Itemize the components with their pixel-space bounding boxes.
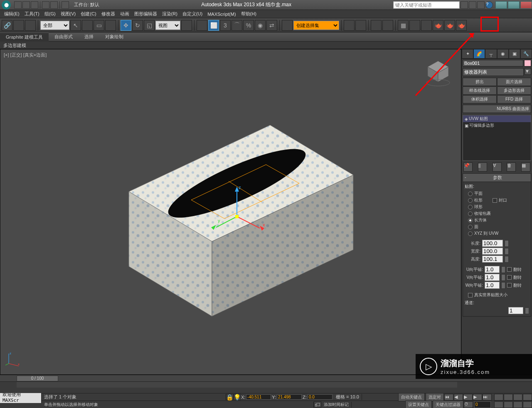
cmd-tab-hierarchy[interactable]: ┬: [485, 49, 497, 59]
percent-snap-icon[interactable]: ⌒: [232, 20, 242, 31]
tag-icon[interactable]: 🏷: [314, 401, 321, 408]
move-tool-icon[interactable]: ✥: [121, 20, 131, 31]
time-slider-handle[interactable]: 0 / 100: [17, 376, 58, 381]
prev-frame-icon[interactable]: ◀: [454, 394, 463, 401]
menu-group[interactable]: 组(G): [42, 10, 58, 18]
stack-item-uvw[interactable]: ◈UVW 贴图: [463, 116, 531, 122]
qat-redo[interactable]: [50, 1, 58, 9]
modifier-list-dropdown[interactable]: 修改器列表: [463, 68, 524, 76]
length-spinner[interactable]: [505, 240, 509, 247]
select-name-icon[interactable]: [82, 20, 93, 31]
qat-save[interactable]: [31, 1, 38, 9]
menu-rendering[interactable]: 渲染(R): [160, 10, 180, 18]
cmd-tab-modify[interactable]: 🌈: [473, 49, 485, 59]
cap-checkbox[interactable]: [493, 198, 497, 203]
width-spinner[interactable]: [505, 248, 509, 255]
nav-zoomext-icon[interactable]: [494, 401, 503, 408]
bind-icon[interactable]: [25, 20, 36, 31]
realworld-checkbox[interactable]: [468, 293, 473, 297]
menu-help[interactable]: 帮助(H): [239, 10, 259, 18]
rollout-params-header[interactable]: -参数: [463, 173, 531, 182]
qat-new[interactable]: [14, 1, 22, 9]
selected-button[interactable]: 选定对: [426, 393, 444, 401]
menu-create[interactable]: 创建(C): [78, 10, 99, 18]
align-icon[interactable]: [282, 20, 293, 31]
scale-tool-icon[interactable]: ◱: [144, 20, 155, 31]
rotate-tool-icon[interactable]: ↻: [132, 20, 143, 31]
maximize-button[interactable]: [508, 1, 520, 9]
render-iter-icon[interactable]: 🫖: [456, 20, 467, 31]
named-selection-dropdown[interactable]: 创建选择集: [293, 21, 339, 30]
time-config-icon[interactable]: ⏱: [464, 401, 473, 408]
radio-box[interactable]: [468, 218, 473, 223]
play-icon[interactable]: ▶: [463, 394, 473, 401]
object-color-swatch[interactable]: [524, 60, 531, 66]
object-name-input[interactable]: [463, 60, 523, 66]
modbtn-volsel[interactable]: 体积选择: [463, 95, 497, 103]
goto-end-icon[interactable]: ⏭: [483, 394, 492, 401]
menu-views[interactable]: 视图(V): [58, 10, 79, 18]
radio-xyz[interactable]: [468, 231, 473, 236]
select-icon[interactable]: ↖: [70, 20, 81, 31]
cmd-tab-create[interactable]: ✦: [462, 49, 473, 59]
viewcube[interactable]: [424, 58, 453, 87]
menu-tools[interactable]: 工具(T): [22, 10, 42, 18]
curve-editor-icon[interactable]: [371, 20, 382, 31]
render-setup-icon[interactable]: [409, 20, 420, 31]
material-editor-icon[interactable]: ▦: [398, 20, 409, 31]
make-unique-icon[interactable]: ∀: [493, 162, 502, 172]
nav-zoom-icon[interactable]: [494, 394, 503, 401]
cmd-tab-display[interactable]: ▣: [509, 49, 520, 59]
close-button[interactable]: [520, 1, 532, 9]
keyfilter-button[interactable]: 关键点过滤器: [433, 401, 463, 408]
tissue-box-object[interactable]: z x y: [71, 100, 362, 333]
ribbon-tab-selection[interactable]: 选择: [79, 32, 99, 41]
spinner-snap-icon[interactable]: %: [243, 20, 254, 31]
help-icon[interactable]: ?: [485, 1, 493, 9]
x-coord-input[interactable]: [246, 394, 271, 400]
unlink-icon[interactable]: [13, 20, 24, 31]
nav-maximize-icon[interactable]: [523, 401, 532, 408]
pivot-icon[interactable]: [181, 20, 192, 31]
workspace-label[interactable]: 工作台: 默认: [74, 2, 99, 8]
modifier-stack[interactable]: ◈UVW 贴图 ▣可编辑多边形: [463, 115, 531, 161]
wflip-checkbox[interactable]: [507, 283, 512, 288]
help-search-input[interactable]: [393, 1, 460, 9]
app-icon[interactable]: ⬤: [2, 0, 11, 10]
utile-spinner[interactable]: [501, 266, 505, 273]
radio-shrinkwrap[interactable]: [468, 211, 473, 216]
exchange-icon[interactable]: [477, 1, 485, 9]
ref-coord-dropdown[interactable]: 视图: [155, 21, 180, 30]
schematic-icon[interactable]: [382, 20, 393, 31]
length-input[interactable]: [482, 240, 503, 247]
uflip-checkbox[interactable]: [507, 267, 512, 272]
radio-planar[interactable]: [468, 192, 473, 196]
nav-pan-icon[interactable]: [523, 394, 532, 401]
menu-animation[interactable]: 动画: [118, 10, 132, 18]
modbtn-nurbs[interactable]: NURBS 曲面选择: [463, 105, 531, 113]
qat-undo[interactable]: [42, 1, 49, 9]
ribbon-tab-objectpaint[interactable]: 对象绘制: [99, 32, 129, 41]
nav-orbit-icon[interactable]: [513, 401, 522, 408]
lock-selection-icon[interactable]: 🔒: [226, 394, 234, 400]
modbtn-splinesel[interactable]: 样条线选择: [463, 86, 497, 95]
angle-snap-icon[interactable]: 3: [220, 20, 231, 31]
remove-mod-icon[interactable]: 🗑: [507, 162, 516, 172]
select-region-icon[interactable]: ▭: [94, 20, 104, 31]
qat-open[interactable]: [22, 1, 30, 9]
render-icon[interactable]: 🫖: [433, 20, 443, 31]
layer-icon[interactable]: [344, 20, 355, 31]
width-input[interactable]: [482, 248, 503, 255]
height-input[interactable]: [482, 256, 503, 263]
menu-customize[interactable]: 自定义(U): [180, 10, 205, 18]
vtile-spinner[interactable]: [501, 274, 505, 281]
wtile-input[interactable]: [485, 282, 500, 289]
goto-start-icon[interactable]: ⏮: [444, 394, 453, 401]
menu-grapheditors[interactable]: 图形编辑器: [132, 10, 160, 18]
menu-edit[interactable]: 编辑(E): [2, 10, 22, 18]
setkey-button[interactable]: 设置关键点: [405, 401, 432, 408]
viewport[interactable]: [+] [正交] [真实+边面]: [0, 49, 461, 375]
window-crossing-icon[interactable]: [105, 20, 116, 31]
radio-face[interactable]: [468, 225, 473, 229]
configure-sets-icon[interactable]: ▦: [521, 162, 530, 172]
